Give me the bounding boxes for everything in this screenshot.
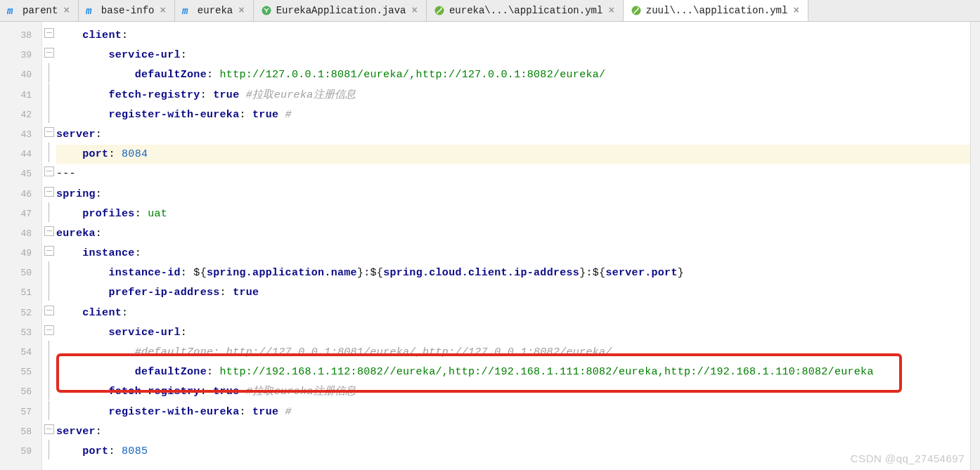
maven-icon: m: [182, 5, 193, 16]
code-line[interactable]: defaultZone: http://127.0.0.1:8081/eurek…: [56, 65, 970, 85]
line-number: 39: [0, 46, 41, 65]
fold-mark[interactable]: [42, 244, 56, 263]
code-line[interactable]: #defaultZone: http://127.0.0.1:8081/eure…: [56, 343, 970, 363]
java-icon: [261, 5, 272, 16]
code-line[interactable]: instance:: [56, 244, 970, 263]
code-line[interactable]: defaultZone: http://192.168.1.112:8082//…: [56, 363, 970, 382]
line-number: 44: [0, 145, 41, 164]
tab-0[interactable]: mparent×: [0, 0, 79, 21]
line-number: 49: [0, 244, 41, 263]
maven-icon: m: [86, 5, 97, 16]
line-number: 45: [0, 164, 41, 184]
tab-label: eureka: [198, 5, 233, 16]
spring-icon: [434, 5, 445, 16]
fold-mark[interactable]: [42, 164, 56, 184]
line-number: 53: [0, 323, 41, 343]
fold-mark[interactable]: [42, 86, 56, 105]
code-line[interactable]: register-with-eureka: true #: [56, 105, 970, 125]
fold-mark[interactable]: [42, 303, 56, 323]
tab-2[interactable]: meureka×: [175, 0, 254, 21]
fold-mark[interactable]: [42, 65, 56, 85]
fold-mark[interactable]: [42, 46, 56, 65]
code-line[interactable]: client:: [56, 303, 970, 323]
tab-4[interactable]: eureka\...\application.yml×: [427, 0, 624, 21]
spring-icon: [631, 5, 642, 16]
fold-mark[interactable]: [42, 283, 56, 303]
code-line[interactable]: server:: [56, 422, 970, 442]
tab-bar: mparent×mbase-info×meureka×EurekaApplica…: [0, 0, 980, 22]
line-number: 43: [0, 125, 41, 145]
fold-gutter[interactable]: [42, 22, 56, 470]
watermark-text: CSDN @qq_27454697: [851, 452, 965, 464]
code-line[interactable]: ---: [56, 164, 970, 184]
fold-mark[interactable]: [42, 185, 56, 204]
fold-mark[interactable]: [42, 323, 56, 343]
fold-mark[interactable]: [42, 145, 56, 164]
fold-mark[interactable]: [42, 105, 56, 125]
line-number: 59: [0, 442, 41, 462]
tab-label: base-info: [101, 5, 155, 16]
line-number: 51: [0, 283, 41, 303]
tab-label: EurekaApplication.java: [276, 5, 406, 16]
svg-text:m: m: [86, 6, 92, 16]
line-number: 47: [0, 204, 41, 224]
close-icon[interactable]: ×: [411, 5, 419, 16]
code-line[interactable]: profiles: uat: [56, 204, 970, 224]
line-number: 40: [0, 65, 41, 85]
line-number: 54: [0, 343, 41, 363]
code-line[interactable]: spring:: [56, 185, 970, 204]
tab-label: parent: [22, 5, 58, 16]
svg-text:m: m: [182, 6, 188, 16]
close-icon[interactable]: ×: [237, 5, 245, 16]
line-number: 38: [0, 26, 41, 46]
fold-mark[interactable]: [42, 26, 56, 46]
close-icon[interactable]: ×: [62, 5, 70, 16]
line-number: 56: [0, 382, 41, 402]
tab-3[interactable]: EurekaApplication.java×: [254, 0, 427, 21]
maven-icon: m: [7, 5, 18, 16]
close-icon[interactable]: ×: [607, 5, 615, 16]
code-line[interactable]: fetch-registry: true #拉取eureka注册信息: [56, 86, 970, 105]
svg-text:m: m: [7, 6, 13, 16]
fold-mark[interactable]: [42, 204, 56, 224]
line-number: 55: [0, 363, 41, 382]
line-number: 46: [0, 185, 41, 204]
fold-mark[interactable]: [42, 125, 56, 145]
fold-mark[interactable]: [42, 382, 56, 402]
fold-mark[interactable]: [42, 363, 56, 382]
line-number-gutter: 3839404142434445464748495051525354555657…: [0, 22, 42, 470]
vertical-scrollbar[interactable]: [970, 22, 980, 470]
code-line[interactable]: prefer-ip-address: true: [56, 283, 970, 303]
fold-mark[interactable]: [42, 224, 56, 244]
line-number: 57: [0, 403, 41, 422]
code-line[interactable]: server:: [56, 125, 970, 145]
close-icon[interactable]: ×: [792, 5, 800, 16]
line-number: 58: [0, 422, 41, 442]
fold-mark[interactable]: [42, 263, 56, 283]
fold-mark[interactable]: [42, 422, 56, 442]
fold-mark[interactable]: [42, 403, 56, 422]
line-number: 50: [0, 263, 41, 283]
line-number: 48: [0, 224, 41, 244]
close-icon[interactable]: ×: [158, 5, 167, 16]
code-line[interactable]: register-with-eureka: true #: [56, 403, 970, 422]
line-number: 42: [0, 105, 41, 125]
fold-mark[interactable]: [42, 343, 56, 363]
code-line[interactable]: fetch-registry: true #拉取eureka注册信息: [56, 382, 970, 402]
code-line[interactable]: instance-id: ${spring.application.name}:…: [56, 263, 970, 283]
tab-label: zuul\...\application.yml: [646, 5, 788, 16]
code-line[interactable]: port: 8085: [56, 442, 970, 462]
code-line[interactable]: service-url:: [56, 323, 970, 343]
tab-label: eureka\...\application.yml: [449, 5, 602, 16]
line-number: 41: [0, 86, 41, 105]
tab-5[interactable]: zuul\...\application.yml×: [624, 0, 808, 21]
code-area[interactable]: client: service-url: defaultZone: http:/…: [56, 22, 970, 470]
code-line[interactable]: service-url:: [56, 46, 970, 65]
code-line[interactable]: eureka:: [56, 224, 970, 244]
code-editor[interactable]: 3839404142434445464748495051525354555657…: [0, 22, 980, 470]
fold-mark[interactable]: [42, 442, 56, 462]
code-line[interactable]: client:: [56, 26, 970, 46]
line-number: 52: [0, 303, 41, 323]
code-line[interactable]: port: 8084: [56, 145, 970, 164]
tab-1[interactable]: mbase-info×: [79, 0, 175, 21]
